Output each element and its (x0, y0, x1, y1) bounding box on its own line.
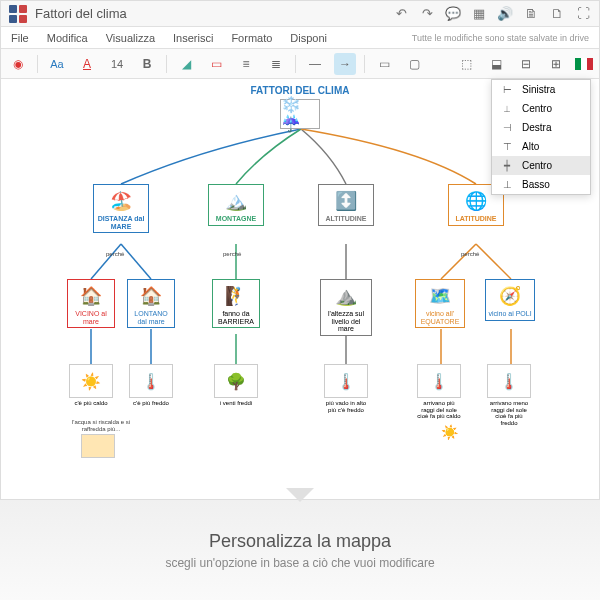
search-icon[interactable]: 🗋 (549, 6, 565, 22)
align-option[interactable]: ⊥Basso (492, 175, 590, 194)
shape-round-icon[interactable]: ▢ (403, 53, 425, 75)
leaf-node[interactable]: 🌡️ arrivano più raggi del sole cioè fa p… (417, 364, 461, 420)
leaf-node[interactable]: 🌡️ arrivano meno raggi del sole cioè fa … (487, 364, 531, 426)
root-node-icon[interactable]: ❄️☔ (280, 99, 320, 129)
sun-icon: ☀️ (441, 424, 458, 440)
present-icon[interactable]: ⛶ (575, 6, 591, 22)
undo-icon[interactable]: ↶ (393, 6, 409, 22)
caption-panel: Personalizza la mappa scegli un'opzione … (0, 500, 600, 600)
menubar: File Modifica Visualizza Inserisci Forma… (1, 27, 599, 49)
extra-icon (81, 434, 115, 458)
titlebar: Fattori del clima ↶ ↷ 💬 ▦ 🔊 🗎 🗋 ⛶ (1, 1, 599, 27)
align-option-label: Centro (522, 160, 552, 171)
node-icon: 🧗 (215, 282, 257, 310)
node-icon: 🌡️ (487, 364, 531, 398)
line-style-icon[interactable]: ≡ (235, 53, 257, 75)
fill-color-icon[interactable]: ◢ (175, 53, 197, 75)
node-icon: 🏠 (130, 282, 172, 310)
align-option[interactable]: ⊤Alto (492, 137, 590, 156)
node-icon: ↕️ (321, 187, 371, 215)
child-node[interactable]: 🗺️ vicino all' EQUATORE (415, 279, 465, 328)
branch-node[interactable]: 🏔️ MONTAGNE (208, 184, 264, 226)
align-option[interactable]: ⊢Sinistra (492, 80, 590, 99)
branch-node[interactable]: 🏖️ DISTANZA dal MARE (93, 184, 149, 233)
align-option[interactable]: ⊣Destra (492, 118, 590, 137)
bold-button[interactable]: B (136, 53, 158, 75)
delete-node-icon[interactable]: ◉ (7, 53, 29, 75)
line-weight-icon[interactable]: ≣ (265, 53, 287, 75)
leaf-node[interactable]: ☀️ c'è più caldo (69, 364, 113, 407)
node-icon: 🌡️ (129, 364, 173, 398)
align-option-label: Basso (522, 179, 550, 190)
align-dropdown: ⊢Sinistra⟂Centro⊣Destra⊤Alto┿Centro⊥Bass… (491, 79, 591, 195)
align-option[interactable]: ⟂Centro (492, 99, 590, 118)
app-logo-icon (9, 5, 27, 23)
footnote: l'acqua si riscalda e si raffredda più..… (71, 419, 131, 432)
node-icon: 🌡️ (417, 364, 461, 398)
layout-1-icon[interactable]: ⬚ (455, 53, 477, 75)
edge-label: perché (106, 251, 124, 258)
menu-insert[interactable]: Inserisci (173, 32, 213, 44)
arrow-connector-icon[interactable]: → (334, 53, 356, 75)
redo-icon[interactable]: ↷ (419, 6, 435, 22)
branch-node[interactable]: ↕️ ALTITUDINE (318, 184, 374, 226)
caption-title: Personalizza la mappa (209, 531, 391, 552)
align-option-icon: ⊥ (500, 179, 514, 190)
edge-label: perché (461, 251, 479, 258)
font-size-button[interactable]: 14 (106, 53, 128, 75)
toolbar: ◉ Aa A 14 B ◢ ▭ ≡ ≣ — → ▭ ▢ ⬚ ⬓ ⊟ ⊞ ⊢Sin… (1, 49, 599, 79)
child-node[interactable]: 🏠 VICINO al mare (67, 279, 115, 328)
distribute-icon[interactable]: ⊞ (545, 53, 567, 75)
align-option-icon: ⊢ (500, 84, 514, 95)
menu-edit[interactable]: Modifica (47, 32, 88, 44)
align-option-icon: ┿ (500, 160, 514, 171)
layout-2-icon[interactable]: ⬓ (485, 53, 507, 75)
menu-arrange[interactable]: Disponi (290, 32, 327, 44)
align-icon[interactable]: ⊟ (515, 53, 537, 75)
font-color-button[interactable]: A (76, 53, 98, 75)
align-option[interactable]: ┿Centro (492, 156, 590, 175)
document-title: Fattori del clima (35, 6, 127, 21)
save-status: Tutte le modifiche sono state salvate in… (412, 33, 589, 43)
node-icon: ⛰️ (323, 282, 369, 310)
doc-icon[interactable]: 🗎 (523, 6, 539, 22)
align-option-icon: ⊣ (500, 122, 514, 133)
align-option-icon: ⊤ (500, 141, 514, 152)
node-icon: 🌳 (214, 364, 258, 398)
align-option-icon: ⟂ (500, 103, 514, 114)
font-style-button[interactable]: Aa (46, 53, 68, 75)
menu-format[interactable]: Formato (231, 32, 272, 44)
border-color-icon[interactable]: ▭ (205, 53, 227, 75)
menu-file[interactable]: File (11, 32, 29, 44)
align-option-label: Centro (522, 103, 552, 114)
grid-icon[interactable]: ▦ (471, 6, 487, 22)
node-icon: 🌡️ (324, 364, 368, 398)
comment-icon[interactable]: 💬 (445, 6, 461, 22)
caption-subtitle: scegli un'opzione in base a ciò che vuoi… (165, 556, 434, 570)
titlebar-actions: ↶ ↷ 💬 ▦ 🔊 🗎 🗋 ⛶ (393, 6, 591, 22)
connector-icon[interactable]: — (304, 53, 326, 75)
leaf-node[interactable]: 🌳 i venti freddi (214, 364, 258, 407)
menu-view[interactable]: Visualizza (106, 32, 155, 44)
leaf-node[interactable]: 🌡️ più vado in alto più c'è freddo (324, 364, 368, 413)
child-node[interactable]: ⛰️ l'altezza sul livello del mare (320, 279, 372, 336)
node-icon: 🏖️ (96, 187, 146, 215)
node-icon: 🗺️ (418, 282, 462, 310)
align-option-label: Sinistra (522, 84, 555, 95)
child-node[interactable]: 🧗 fanno da BARRIERA (212, 279, 260, 328)
app-window: Fattori del clima ↶ ↷ 💬 ▦ 🔊 🗎 🗋 ⛶ File M… (0, 0, 600, 500)
node-icon: 🧭 (488, 282, 532, 310)
node-icon: 🏔️ (211, 187, 261, 215)
node-icon: 🏠 (70, 282, 112, 310)
speaker-icon[interactable]: 🔊 (497, 6, 513, 22)
edge-label: perché (223, 251, 241, 258)
shape-rect-icon[interactable]: ▭ (373, 53, 395, 75)
leaf-node[interactable]: 🌡️ c'è più freddo (129, 364, 173, 407)
language-flag-icon[interactable] (575, 58, 593, 70)
node-icon: ☀️ (69, 364, 113, 398)
child-node[interactable]: 🧭 vicino ai POLI (485, 279, 535, 321)
child-node[interactable]: 🏠 LONTANO dal mare (127, 279, 175, 328)
align-option-label: Alto (522, 141, 539, 152)
align-option-label: Destra (522, 122, 551, 133)
